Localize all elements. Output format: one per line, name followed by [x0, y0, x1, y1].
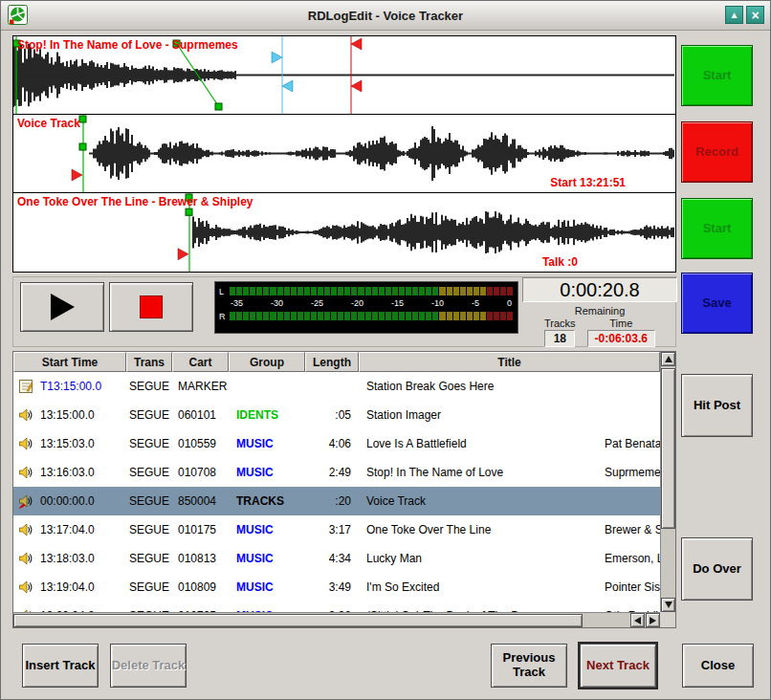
meter-scale: -35 -30 -25 -20 -15 -10 -5 0: [231, 298, 512, 309]
do-over-button[interactable]: Do Over: [681, 537, 753, 601]
cell-group: MUSIC: [229, 552, 305, 565]
scroll-down-button[interactable]: [661, 598, 675, 612]
log-table-row[interactable]: 13:16:03.0 SEGUE 010708 MUSIC 2:49 Stop!…: [13, 458, 660, 487]
meter-right-label: R: [219, 312, 230, 321]
horizontal-scroll-thumb[interactable]: [13, 614, 583, 627]
row-type-icon: [13, 580, 40, 595]
scroll-left-button[interactable]: [630, 613, 645, 627]
column-header-length[interactable]: Length: [305, 352, 359, 372]
row-type-icon: [13, 465, 40, 480]
artist-text: Pointer Sisters: [605, 580, 660, 594]
column-header-start-time[interactable]: Start Time: [13, 352, 126, 372]
cell-title: Station Break Goes Here: [359, 372, 660, 401]
track-annotation: Talk :0: [542, 255, 578, 269]
meter-scale-tick: -5: [472, 298, 479, 309]
cell-group: IDENTS: [229, 408, 305, 422]
cell-length: :20: [305, 494, 359, 508]
start-marker-mid[interactable]: [186, 208, 192, 215]
row-type-icon: [13, 436, 40, 451]
segue-marker-bottom[interactable]: [282, 80, 293, 92]
meter-scale-tick: -15: [391, 298, 404, 309]
log-table-row[interactable]: 13:19:04.0 SEGUE 010809 MUSIC 3:49 I'm S…: [13, 573, 660, 602]
close-window-button[interactable]: ×: [746, 6, 764, 24]
delete-track-button[interactable]: Delete Track: [110, 644, 187, 688]
speaker-icon: [18, 551, 33, 566]
artist-text: Pat Benatar: [605, 437, 660, 450]
vertical-scrollbar[interactable]: [660, 352, 675, 612]
start-track1-button[interactable]: Start: [681, 45, 753, 106]
artist-text: Suprmemes: [605, 466, 660, 479]
start-marker-mid[interactable]: [79, 143, 86, 150]
play-button[interactable]: [20, 282, 104, 332]
segue-marker-top[interactable]: [272, 52, 282, 63]
column-header-trans[interactable]: Trans: [126, 352, 172, 372]
log-table-row[interactable]: 13:15:03.0 SEGUE 010559 MUSIC 4:06 Love …: [13, 429, 660, 458]
log-table-row[interactable]: 13:15:00.0 SEGUE 060101 IDENTS :05 Stati…: [13, 401, 660, 429]
cell-trans: SEGUE: [126, 552, 172, 565]
start-marker[interactable]: [79, 116, 86, 122]
cell-trans: SEGUE: [126, 437, 172, 450]
row-type-icon: [13, 407, 40, 423]
end-marker-top[interactable]: [351, 38, 362, 50]
log-table-body: T13:15:00.0 SEGUE MARKER Station Break G…: [13, 372, 660, 612]
cell-group: MUSIC: [229, 523, 305, 536]
shade-window-button[interactable]: ▲: [725, 6, 743, 24]
segue-start-marker[interactable]: [178, 249, 188, 260]
cell-length: 4:06: [305, 437, 359, 450]
log-table-header: Start Time Trans Cart Group Length Title: [13, 352, 660, 372]
voice-track-icon: [18, 493, 33, 509]
track-title-label: Stop! In The Name of Love - Suprmemes: [17, 38, 238, 52]
column-header-cart[interactable]: Cart: [172, 352, 229, 372]
close-button[interactable]: Close: [682, 644, 754, 688]
row-type-icon: [13, 522, 40, 537]
title-text: Love Is A Battlefield: [366, 437, 467, 450]
cell-cart: MARKER: [172, 380, 229, 393]
waveform-track-2[interactable]: Voice Track Start 13:21:51: [13, 115, 675, 193]
speaker-icon: [18, 580, 33, 595]
horizontal-scrollbar[interactable]: [13, 612, 660, 627]
log-table-row[interactable]: T13:15:00.0 SEGUE MARKER Station Break G…: [13, 372, 660, 401]
hit-post-button[interactable]: Hit Post: [681, 374, 753, 437]
column-header-group[interactable]: Group: [229, 352, 305, 372]
column-header-title[interactable]: Title: [359, 352, 660, 372]
vertical-scroll-thumb[interactable]: [661, 368, 675, 529]
waveform: [13, 43, 673, 107]
record-start-marker[interactable]: [72, 169, 82, 181]
title-text: Lucky Man: [366, 552, 422, 565]
remaining-label: Remaining: [522, 305, 677, 317]
cell-start-time: 13:18:03.0: [40, 552, 126, 565]
waveform-track-1[interactable]: Stop! In The Name of Love - Suprmemes: [13, 36, 675, 115]
log-table-row[interactable]: 13:17:04.0 SEGUE 010175 MUSIC 3:17 One T…: [13, 515, 660, 544]
cell-title: Station Imager: [359, 401, 660, 429]
transport-panel: L -35 -30 -25 -20 -15 -10 -5 0 R 0:00:20…: [12, 276, 676, 347]
log-table-row[interactable]: 13:18:03.0 SEGUE 010813 MUSIC 4:34 Lucky…: [13, 544, 660, 573]
scroll-up-button[interactable]: [661, 352, 675, 366]
stop-button[interactable]: [109, 282, 193, 332]
cell-start-time: 13:17:04.0: [40, 523, 126, 536]
meter-right-bar: [230, 312, 514, 320]
scroll-right-button[interactable]: [646, 613, 660, 627]
log-table-row[interactable]: 00:00:00.0 SEGUE 850004 TRACKS :20 Voice…: [13, 487, 660, 515]
waveform-track-3[interactable]: One Toke Over The Line - Brewer & Shiple…: [13, 193, 675, 272]
audio-meter: L -35 -30 -25 -20 -15 -10 -5 0 R: [214, 281, 518, 334]
start-track3-button[interactable]: Start: [681, 198, 753, 259]
previous-track-button[interactable]: Previous Track: [491, 644, 567, 688]
end-marker-bottom[interactable]: [351, 80, 362, 92]
save-button[interactable]: Save: [681, 273, 753, 334]
log-table-row[interactable]: 13:20:04.0 SEGUE 010705 MUSIC 3:36 (Sitt…: [13, 602, 660, 612]
voice-tracker-window: RDLogEdit - Voice Tracker ▲ × Stop: [0, 0, 771, 700]
cell-group: MUSIC: [229, 580, 305, 594]
next-track-button[interactable]: Next Track: [580, 644, 656, 688]
speaker-icon: [18, 436, 33, 451]
fade-end-marker[interactable]: [215, 103, 222, 110]
meter-scale-tick: -35: [231, 298, 243, 309]
titlebar[interactable]: RDLogEdit - Voice Tracker ▲ ×: [1, 1, 770, 31]
right-arrow-icon: [650, 617, 656, 624]
cell-start-time: T13:15:00.0: [40, 380, 126, 393]
elapsed-time-display: 0:00:20.8: [522, 277, 677, 302]
meter-scale-tick: -30: [271, 298, 283, 309]
cell-cart: 850004: [172, 494, 229, 508]
record-button[interactable]: Record: [681, 121, 753, 183]
title-text: Stop! In The Name of Love: [366, 466, 503, 479]
insert-track-button[interactable]: Insert Track: [22, 644, 99, 688]
